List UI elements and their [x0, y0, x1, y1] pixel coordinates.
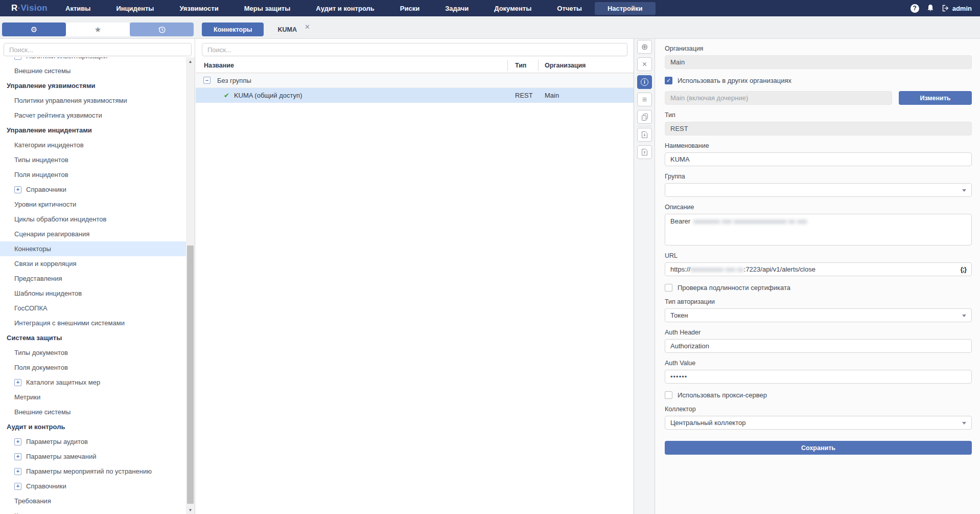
export-button[interactable] — [637, 145, 652, 159]
sidebar-item[interactable]: +Параметры мероприятий по устранению — [0, 464, 186, 479]
checkbox-unchecked-icon[interactable] — [665, 284, 672, 292]
sidebar-item[interactable]: ГосСОПКА — [0, 301, 186, 316]
file-upload-icon — [641, 148, 648, 156]
tab-history[interactable] — [130, 23, 194, 36]
checkbox-unchecked-icon[interactable] — [665, 391, 672, 399]
sidebar-scrollbar[interactable]: ▲ ▼ — [186, 57, 195, 514]
nav-item-assets[interactable]: Активы — [53, 2, 103, 15]
expand-icon[interactable]: + — [14, 468, 21, 475]
sidebar-item[interactable]: Циклы обработки инцидентов — [0, 212, 186, 227]
expand-icon[interactable]: + — [14, 438, 21, 445]
proxy-checkbox-row[interactable]: Использовать прокси-сервер — [665, 391, 972, 399]
list-button[interactable]: ≡ — [637, 93, 652, 106]
tab-close-icon[interactable]: ✕ — [305, 23, 310, 31]
connectors-search-input[interactable] — [202, 43, 627, 56]
share-checkbox-row[interactable]: ✓ Использовать в других организациях — [665, 77, 972, 84]
help-icon[interactable]: ? — [911, 4, 919, 13]
collapse-icon[interactable]: − — [203, 77, 211, 84]
user-menu[interactable]: admin — [942, 5, 972, 12]
change-button[interactable]: Изменить — [899, 91, 972, 105]
sidebar-item-connectors[interactable]: Коннекторы — [0, 241, 186, 256]
expand-icon[interactable]: + — [14, 379, 21, 386]
nav-item-tasks[interactable]: Задачи — [432, 2, 481, 15]
nav-item-vulnerabilities[interactable]: Уязвимости — [167, 2, 231, 15]
template-variables-icon[interactable]: {;} — [961, 265, 966, 273]
sidebar-item[interactable]: Поля инцидентов — [0, 167, 186, 182]
add-circle-icon: ⊕ — [641, 42, 648, 52]
url-field[interactable]: https://xxxxxxxxxx xxx xx:7223/api/v1/al… — [665, 262, 972, 276]
sidebar-item[interactable]: +Каталоги защитных мер — [0, 375, 186, 390]
description-field[interactable]: Bearer xxxxxxxx xxx xxxxxxxxxxxxxxxx xx … — [665, 214, 972, 245]
group-label: Группа — [665, 173, 972, 180]
sidebar-item[interactable]: Типы документов — [0, 345, 186, 360]
sidebar-item[interactable]: Шаблоны инцидентов — [0, 286, 186, 301]
cert-checkbox-row[interactable]: Проверка подлинности сертификата — [665, 284, 972, 292]
nav-item-settings[interactable]: Настройки — [595, 2, 656, 15]
sidebar-item[interactable]: +Политики инвентаризации — [0, 57, 186, 63]
tab-kuma[interactable]: KUMA ✕ — [277, 26, 310, 33]
sidebar-item[interactable]: Метрики — [0, 390, 186, 405]
sidebar-item[interactable]: К… — [0, 508, 186, 514]
scroll-up-icon[interactable]: ▲ — [186, 57, 195, 65]
checkbox-checked-icon[interactable]: ✓ — [665, 77, 672, 84]
auth-value-field[interactable]: •••••• — [665, 370, 972, 384]
scrollbar-thumb[interactable] — [187, 245, 194, 504]
auth-header-field[interactable]: Authorization — [665, 339, 972, 353]
logout-icon[interactable] — [942, 5, 949, 12]
column-organization[interactable]: Организация — [545, 62, 586, 69]
sidebar-section-header: Система защиты — [0, 330, 186, 345]
nav-item-audit-control[interactable]: Аудит и контроль — [303, 2, 387, 15]
copy-button[interactable] — [637, 110, 652, 124]
username: admin — [952, 5, 972, 12]
group-row-no-group[interactable]: − Без группы — [196, 73, 634, 88]
tab-favorites[interactable]: ★ — [66, 23, 130, 36]
collector-select[interactable]: Центральный коллектор — [665, 416, 972, 430]
import-button[interactable] — [637, 128, 652, 142]
expand-icon[interactable]: + — [14, 186, 21, 193]
group-label: Без группы — [217, 77, 251, 84]
sidebar-item[interactable]: Представления — [0, 271, 186, 286]
name-field[interactable]: KUMA — [665, 152, 972, 166]
sidebar-item[interactable]: +Справочники — [0, 182, 186, 197]
chevron-down-icon — [962, 189, 966, 192]
tab-settings-tree[interactable]: ⚙ — [2, 23, 66, 36]
add-button[interactable]: ⊕ — [637, 40, 652, 54]
sidebar-item[interactable]: Внешние системы — [0, 405, 186, 419]
sidebar-item[interactable]: +Параметры замечаний — [0, 449, 186, 464]
nav-item-protection-measures[interactable]: Меры защиты — [231, 2, 304, 15]
nav-item-incidents[interactable]: Инциденты — [103, 2, 167, 15]
sidebar-item[interactable]: Внешние системы — [0, 63, 186, 78]
save-button[interactable]: Сохранить — [665, 441, 972, 455]
delete-button[interactable]: × — [637, 57, 652, 71]
sidebar-item[interactable]: Связи и корреляция — [0, 256, 186, 271]
sidebar-item[interactable]: +Параметры аудитов — [0, 434, 186, 449]
nav-item-documents[interactable]: Документы — [481, 2, 544, 15]
expand-icon[interactable]: + — [14, 57, 21, 60]
sidebar-item[interactable]: Политики управления уязвимостями — [0, 93, 186, 108]
column-name[interactable]: Название — [196, 62, 234, 69]
nav-item-risks[interactable]: Риски — [387, 2, 432, 15]
sidebar-item[interactable]: +Справочники — [0, 479, 186, 494]
star-icon: ★ — [95, 25, 101, 34]
sidebar-item[interactable]: Сценарии реагирования — [0, 227, 186, 241]
column-type[interactable]: Тип — [515, 62, 526, 69]
bell-icon[interactable] — [927, 4, 934, 12]
name-label: Наименование — [665, 142, 972, 149]
sidebar-search-input[interactable] — [4, 43, 192, 56]
info-button[interactable]: i — [637, 75, 652, 89]
nav-item-reports[interactable]: Отчеты — [544, 2, 595, 15]
expand-icon[interactable]: + — [14, 483, 21, 490]
sidebar-item[interactable]: Уровни критичности — [0, 197, 186, 212]
sidebar-item[interactable]: Расчет рейтинга уязвимости — [0, 108, 186, 123]
sidebar-item[interactable]: Требования — [0, 494, 186, 508]
expand-icon[interactable]: + — [14, 453, 21, 460]
auth-type-select[interactable]: Токен — [665, 308, 972, 322]
sidebar-item[interactable]: Поля документов — [0, 360, 186, 375]
scroll-down-icon[interactable]: ▼ — [186, 506, 195, 514]
sidebar-item[interactable]: Интеграция с внешними системами — [0, 316, 186, 330]
group-select[interactable] — [665, 183, 972, 197]
tab-connectors[interactable]: Коннекторы — [202, 23, 264, 36]
sidebar-item[interactable]: Типы инцидентов — [0, 152, 186, 167]
sidebar-item[interactable]: Категории инцидентов — [0, 138, 186, 152]
table-row-kuma[interactable]: ✔ KUMA (общий доступ) REST Main — [196, 88, 634, 103]
